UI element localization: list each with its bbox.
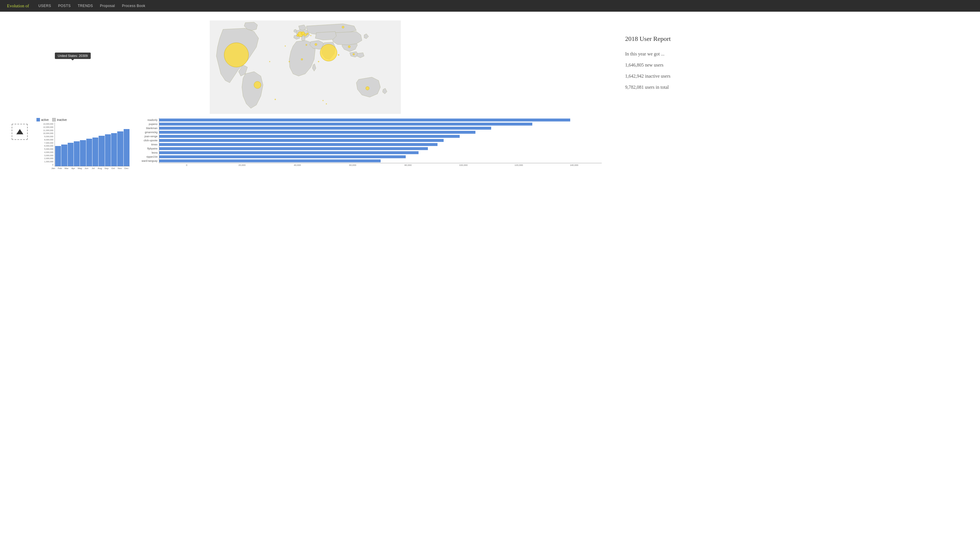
nav-proposal[interactable]: Proposal (100, 4, 115, 8)
scroll-up-button[interactable] (12, 124, 28, 140)
svg-point-23 (285, 46, 286, 46)
h-chart-area: readonlypupenoblankmangmannickgjoan-veng… (135, 118, 602, 163)
inactive-users-stat: 1,642,942 inactive users (625, 73, 968, 79)
nav-trends[interactable]: TRENDS (78, 4, 93, 8)
svg-point-1 (224, 43, 248, 67)
chart-legend: active inactive (37, 118, 130, 121)
svg-marker-25 (16, 129, 23, 134)
legend-inactive: inactive (52, 118, 67, 121)
scroll-button-container (12, 124, 28, 140)
svg-point-15 (305, 45, 307, 46)
nav-process-book[interactable]: Process Book (122, 4, 145, 8)
map-section: United States: 20309 active (0, 18, 608, 172)
legend-active-label: active (41, 118, 49, 121)
svg-point-21 (326, 103, 327, 104)
legend-active: active (37, 118, 49, 121)
charts-row: active inactive 13,000,00012,000,00011,0… (6, 115, 605, 172)
nav-posts[interactable]: POSTS (58, 4, 71, 8)
legend-inactive-color (52, 118, 56, 121)
report-subtitle: In this year we got ... (625, 51, 968, 57)
svg-point-9 (254, 81, 261, 88)
brand-accent: E (7, 3, 10, 8)
svg-point-12 (353, 53, 355, 55)
svg-point-7 (307, 33, 308, 35)
svg-point-18 (318, 61, 319, 62)
svg-point-8 (342, 26, 344, 28)
svg-point-16 (315, 43, 317, 46)
right-bar-chart: readonlypupenoblankmangmannickgjoan-veng… (135, 118, 602, 166)
report-title: 2018 User Report (625, 35, 968, 43)
svg-point-22 (269, 61, 270, 62)
main-content: United States: 20309 active (0, 12, 980, 172)
legend-active-color (37, 118, 40, 121)
svg-point-14 (301, 58, 303, 60)
svg-point-5 (304, 34, 307, 36)
svg-point-19 (275, 99, 276, 100)
map-container: United States: 20309 (6, 21, 605, 115)
svg-point-10 (366, 86, 369, 90)
stats-panel: 2018 User Report In this year we got ...… (608, 18, 980, 172)
svg-point-11 (348, 46, 351, 48)
total-users-stat: 9,782,081 users in total (625, 85, 968, 90)
svg-point-17 (289, 61, 290, 62)
left-bar-chart: active inactive 13,000,00012,000,00011,0… (37, 118, 130, 170)
svg-point-24 (310, 35, 311, 36)
legend-inactive-label: inactive (57, 118, 67, 121)
brand-logo: Evolution of (7, 3, 29, 8)
svg-point-13 (338, 54, 339, 56)
svg-point-20 (323, 100, 323, 101)
nav-users[interactable]: USERS (38, 4, 51, 8)
arrow-up-icon (16, 128, 24, 136)
svg-point-2 (320, 45, 337, 61)
nav-links: USERS POSTS TRENDS Proposal Process Book (38, 4, 145, 8)
navigation: Evolution of USERS POSTS TRENDS Proposal… (0, 0, 980, 12)
world-map[interactable] (6, 21, 605, 114)
new-users-stat: 1,646,805 new users (625, 62, 968, 68)
svg-point-6 (297, 34, 299, 37)
